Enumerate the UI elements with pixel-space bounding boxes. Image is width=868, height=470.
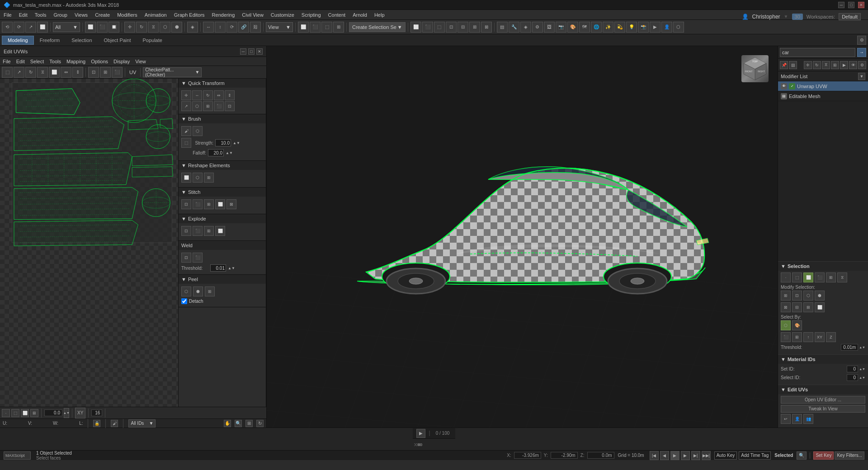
sel-vert-btn[interactable]: · [781,273,791,282]
menu-group[interactable]: Group [50,10,71,19]
tab-populate[interactable]: Populate [137,36,168,45]
effect-button[interactable]: ✨ [603,22,613,33]
checker-dropdown[interactable]: CheckerPatt... (Checker) ▼ [143,67,202,77]
play-button[interactable]: ▶ [416,429,425,438]
qt-scale-btn[interactable]: ↔ [192,90,202,100]
menu-civil-view[interactable]: Civil View [238,10,267,19]
viewport2-button[interactable]: ⬛ [310,22,321,33]
named-sel7-button[interactable]: ⊠ [481,22,492,33]
uvw-maximize-button[interactable]: □ [248,48,255,55]
env-button[interactable]: 🌐 [591,22,602,33]
nav-cube[interactable]: TOP RIGHT FRONT [741,55,769,82]
uvw-menu-view[interactable]: View [132,58,149,65]
sel-face-btn[interactable]: ⬜ [803,273,813,282]
material-ids-header[interactable]: ▼ Material IDs [778,355,868,364]
uv-snap-btn[interactable]: ⊡ [88,67,99,78]
named-sel3-button[interactable]: ⬚ [434,22,445,33]
explode-header[interactable]: ▼ Explode [179,214,266,223]
anim-button[interactable]: ▶ [650,22,660,33]
sel-by-vertex-btn[interactable]: ⬡ [781,320,791,330]
reshape-header[interactable]: ▼ Reshape Elements [179,161,266,170]
layer-button[interactable]: ▤ [497,22,508,33]
uv-face-mode-btn[interactable]: ⬜ [21,409,29,417]
stitch-btn5[interactable]: ⊠ [226,199,236,209]
scale3-button[interactable]: ⬢ [171,22,182,33]
set-id-spinner[interactable]: ▲▼ [859,367,865,371]
uv-xy-toggle[interactable]: XY [75,408,85,418]
uv-paint-btn[interactable]: 🖌 [111,420,118,427]
uv-zoom-btn[interactable]: 🔍 [235,420,242,427]
props-search-go-btn[interactable]: → [857,48,866,57]
viewport3-button[interactable]: ⬚ [321,22,332,33]
menu-help[interactable]: Help [371,10,388,19]
strength-input[interactable] [215,139,231,146]
texture-button[interactable]: 🗺 [579,22,590,33]
scene-button[interactable]: 🔧 [509,22,519,33]
uv-freeform-btn[interactable]: ⬜ [49,67,60,78]
qt-more2-btn[interactable]: ⬡ [192,101,202,111]
threshold-spinner[interactable]: ▲▼ [228,266,235,270]
select-obj-button[interactable]: ⬜ [85,22,96,33]
filter-button[interactable]: 🔲 [108,22,119,33]
peel-header[interactable]: ▼ Peel [179,275,266,284]
sel-by-z-btn[interactable]: Z [826,332,836,342]
uv-select-mode-btn[interactable]: ⬚ [2,67,13,78]
weld-btn2[interactable]: ⬛ [193,253,203,263]
viewport4-button[interactable]: ⊞ [333,22,344,33]
brush-paint-btn[interactable]: 🖌 [181,126,191,136]
select-region-button[interactable]: ⬜ [37,22,48,33]
named-sel-button[interactable]: ⬜ [410,22,421,33]
uv-rotate-btn[interactable]: ↻ [25,67,36,78]
named-sel2-button[interactable]: ⬛ [422,22,433,33]
modifier-editable-mesh[interactable]: ▤ Editable Mesh [778,91,868,101]
uv-extra-btn3[interactable]: 👥 [803,414,813,424]
vfx-button[interactable]: 💫 [614,22,625,33]
brush-relax-btn[interactable]: ⬡ [193,126,203,136]
qt-move-btn[interactable]: ✛ [181,90,191,100]
render2-button[interactable]: 🖼 [544,22,555,33]
sel-by-xy-btn[interactable]: XY [815,332,825,342]
menu-modifiers[interactable]: Modifiers [113,10,141,19]
transform3-button[interactable]: ⟳ [226,22,237,33]
uvw-menu-display[interactable]: Display [111,58,132,65]
uv-mirror-v-btn[interactable]: ⇕ [72,67,83,78]
sel-by-id-btn[interactable]: ⊞ [792,332,802,342]
link-button[interactable]: 🔗 [238,22,249,33]
sel-grow-btn[interactable]: ⊞ [781,291,791,301]
sel-by-color-btn[interactable]: 🎨 [792,320,802,330]
uvw-menu-options[interactable]: Options [88,58,111,65]
peel-btn2[interactable]: ⬢ [193,287,203,296]
modifier-list-options-btn[interactable]: ▼ [858,73,865,80]
tab-settings-button[interactable]: ⚙ [857,36,866,45]
qt-flip-v-btn[interactable]: ⇕ [225,90,235,100]
uvw-menu-edit[interactable]: Edit [14,58,28,65]
reshape-custom-btn[interactable]: ⊞ [204,173,214,183]
uv-edge-mode-btn[interactable]: ⬚ [11,409,19,417]
anim-next-key-btn[interactable]: ▶| [691,451,700,460]
sel-sim-btn[interactable]: ⊠ [781,302,791,312]
auto-key-button[interactable]: Auto Key [714,451,737,460]
workspace-name[interactable]: Default [839,13,861,20]
select-region2-button[interactable]: ⬛ [97,22,108,33]
falloff-spinner[interactable]: ▲▼ [226,151,233,155]
set-key-button[interactable]: Set Key [813,451,834,460]
camera-button[interactable]: 📸 [638,22,649,33]
qt-rotate-btn[interactable]: ↻ [203,90,213,100]
props-scale-btn[interactable]: ⧖ [822,61,830,69]
menu-tools[interactable]: Tools [31,10,50,19]
uv-element-mode-btn[interactable]: ⊞ [30,409,38,417]
threshold-prop-spinner[interactable]: ▲▼ [859,346,865,349]
viewport-3d[interactable]: [Perspective] [267,46,778,428]
uv-rotate-view-btn[interactable]: ↻ [256,420,264,427]
uvw-menu-mapping[interactable]: Mapping [64,58,88,65]
edit-uvs-header[interactable]: ▼ Edit UVs [778,385,868,394]
uv-hand-btn[interactable]: ✋ [224,420,231,427]
qt-more4-btn[interactable]: ⬛ [214,101,224,111]
char-button[interactable]: 👤 [661,22,672,33]
sel-shrink-btn[interactable]: ⊡ [792,291,802,301]
all-ids-dropdown[interactable]: All IDs▼ [128,419,156,428]
search-button[interactable]: 🔍 [797,451,807,460]
anim-next-btn[interactable]: ▶ [681,451,690,460]
uvw-minimize-button[interactable]: ─ [240,48,246,55]
sel-edge-btn[interactable]: ⬚ [792,273,802,282]
